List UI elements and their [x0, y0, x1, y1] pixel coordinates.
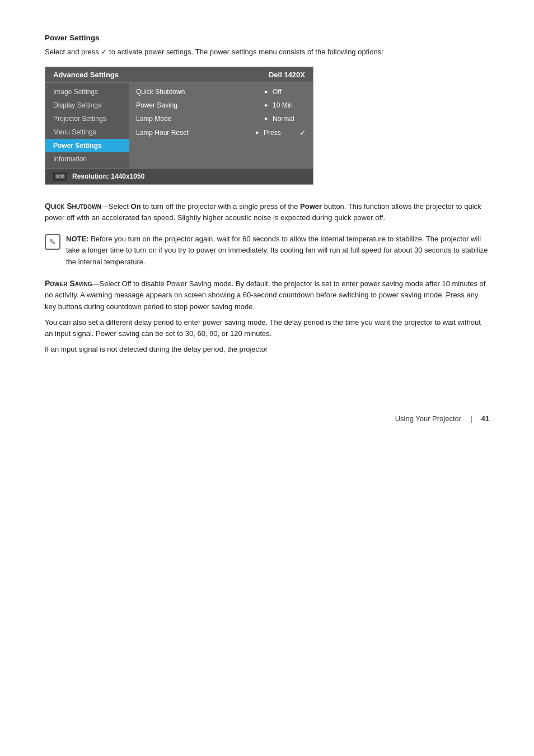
- osd-body: Image Settings Display Settings Projecto…: [45, 83, 313, 168]
- osd-value-lamp-hour-reset: Press: [264, 129, 297, 137]
- footer-page-number: 41: [481, 414, 489, 423]
- osd-label-lamp-mode: Lamp Mode: [136, 115, 264, 123]
- osd-main-panel: Quick Shutdown ► Off Power Saving ► 10 M…: [129, 83, 313, 168]
- osd-value-quick-shutdown: Off: [273, 88, 306, 96]
- power-saving-para2: You can also set a different delay perio…: [45, 317, 489, 339]
- note-box: ✎ NOTE: Before you turn on the projector…: [45, 232, 489, 268]
- note-body: Before you turn on the projector again, …: [66, 235, 488, 265]
- osd-arrow-power-saving: ►: [264, 102, 269, 108]
- quick-shutdown-body: Select On to turn off the projector with…: [45, 202, 481, 222]
- footer-separator: |: [470, 414, 472, 423]
- osd-header: Advanced Settings Dell 1420X: [45, 67, 313, 83]
- note-icon: ✎: [45, 234, 60, 250]
- power-saving-para3: If an input signal is not detected durin…: [45, 344, 489, 355]
- quick-shutdown-description: Quick Shutdown—Select On to turn off the…: [45, 200, 489, 224]
- svg-rect-1: [60, 175, 64, 176]
- osd-value-lamp-mode: Normal: [273, 115, 306, 123]
- osd-footer: Resolution: 1440x1050: [45, 168, 313, 184]
- note-text-content: NOTE: Before you turn on the projector a…: [66, 234, 489, 267]
- osd-footer-resolution: Resolution: 1440x1050: [72, 172, 144, 180]
- sidebar-item-power-settings[interactable]: Power Settings: [45, 139, 129, 152]
- osd-label-lamp-hour-reset: Lamp Hour Reset: [136, 129, 255, 137]
- page-footer: Using Your Projector | 41: [0, 398, 534, 434]
- osd-arrow-quick-shutdown: ►: [264, 88, 269, 95]
- osd-row-power-saving: Power Saving ► 10 Min: [129, 99, 313, 112]
- osd-row-lamp-mode: Lamp Mode ► Normal: [129, 112, 313, 125]
- quick-shutdown-emdash: —: [101, 202, 109, 211]
- svg-rect-2: [60, 176, 64, 178]
- osd-sidebar: Image Settings Display Settings Projecto…: [45, 83, 129, 168]
- pencil-icon: ✎: [49, 237, 56, 246]
- osd-label-quick-shutdown: Quick Shutdown: [136, 88, 264, 96]
- svg-rect-0: [55, 174, 65, 179]
- osd-arrow-lamp-mode: ►: [264, 115, 269, 122]
- quick-shutdown-term: Quick Shutdown: [45, 202, 101, 211]
- intro-text: Select and press ✓ to activate power set…: [45, 46, 489, 58]
- sidebar-item-menu-settings[interactable]: Menu Settings: [45, 125, 129, 139]
- power-saving-description: Power Saving—Select Off to disable Power…: [45, 278, 489, 355]
- osd-footer-logo-icon: [53, 172, 67, 181]
- power-saving-para1: Select Off to disable Power Saving mode.…: [45, 279, 485, 311]
- osd-label-power-saving: Power Saving: [136, 101, 264, 109]
- osd-menu-box: Advanced Settings Dell 1420X Image Setti…: [45, 67, 313, 185]
- power-saving-emdash: —: [92, 279, 100, 288]
- sidebar-item-display-settings[interactable]: Display Settings: [45, 99, 129, 112]
- footer-section-label: Using Your Projector: [395, 414, 462, 423]
- sidebar-item-information[interactable]: Information: [45, 152, 129, 166]
- osd-header-title: Advanced Settings: [53, 71, 119, 79]
- osd-header-brand: Dell 1420X: [269, 71, 305, 79]
- osd-value-power-saving: 10 Min: [273, 101, 306, 109]
- sidebar-item-projector-settings[interactable]: Projector Settings: [45, 112, 129, 125]
- power-saving-term: Power Saving: [45, 279, 92, 288]
- section-heading: Power Settings: [45, 34, 489, 42]
- osd-row-quick-shutdown: Quick Shutdown ► Off: [129, 85, 313, 99]
- osd-arrow-lamp-hour-reset: ►: [255, 129, 260, 136]
- sidebar-item-image-settings[interactable]: Image Settings: [45, 85, 129, 99]
- osd-checkmark-lamp-hour-reset: ✓: [299, 128, 306, 137]
- note-label: NOTE:: [66, 235, 88, 243]
- osd-row-lamp-hour-reset: Lamp Hour Reset ► Press ✓: [129, 125, 313, 140]
